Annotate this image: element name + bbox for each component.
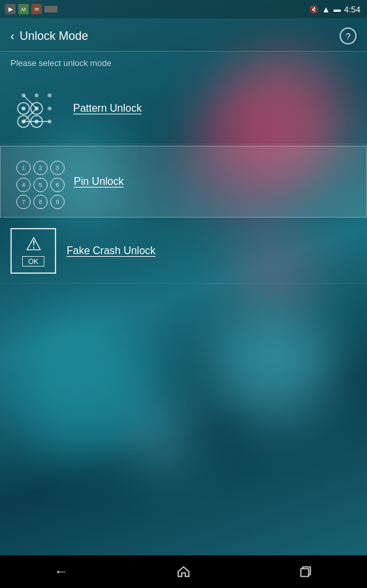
app-icon-3: ✉ <box>31 4 42 14</box>
pin-digit-4: 4 <box>16 178 31 192</box>
app-icon-2: M <box>18 4 29 14</box>
recents-icon <box>298 564 313 579</box>
battery-icon: ▬ <box>334 5 341 13</box>
pin-digit-1: 1 <box>16 161 31 175</box>
crash-icon: ⚠ OK <box>10 228 56 274</box>
page-title: Unlock Mode <box>20 29 88 43</box>
mute-icon: 🔇 <box>310 5 319 14</box>
recents-nav-button[interactable] <box>286 559 325 585</box>
status-icons-right: 🔇 ▲ ▬ 4:54 <box>310 5 360 14</box>
pattern-icon <box>10 82 63 135</box>
fake-crash-unlock-option[interactable]: ⚠ OK Fake Crash Unlock <box>0 219 367 284</box>
pin-digit-8: 8 <box>33 195 48 209</box>
pin-icon: 1 2 3 4 5 6 7 8 9 <box>11 155 63 208</box>
svg-line-1 <box>24 108 37 122</box>
svg-line-0 <box>24 95 37 108</box>
navigation-bar: ← <box>0 555 367 588</box>
app-icon-4 <box>44 6 57 12</box>
crash-ok-label: OK <box>22 256 44 267</box>
unlock-options-list: Pattern Unlock 1 2 3 4 5 6 7 8 9 Pin Unl… <box>0 73 367 284</box>
pin-unlock-option[interactable]: 1 2 3 4 5 6 7 8 9 Pin Unlock <box>0 146 367 218</box>
header-left: ‹ Unlock Mode <box>10 29 88 43</box>
home-icon <box>176 564 191 579</box>
svg-point-5 <box>48 93 52 97</box>
svg-point-4 <box>35 93 39 97</box>
pin-digit-5: 5 <box>33 178 48 192</box>
pin-digit-6: 6 <box>50 178 65 192</box>
fake-crash-unlock-label: Fake Crash Unlock <box>67 245 155 257</box>
pattern-unlock-option[interactable]: Pattern Unlock <box>0 73 367 144</box>
header: ‹ Unlock Mode ? <box>0 18 367 52</box>
svg-point-14 <box>35 120 39 123</box>
subtitle-text: Please select unlock mode <box>0 52 367 73</box>
wifi-icon: ▲ <box>322 5 330 14</box>
status-bar: ▶ M ✉ 🔇 ▲ ▬ 4:54 <box>0 0 367 18</box>
status-time: 4:54 <box>344 5 360 14</box>
pin-digit-3: 3 <box>50 161 65 175</box>
pin-digit-2: 2 <box>33 161 48 175</box>
svg-rect-16 <box>301 568 309 576</box>
help-button[interactable]: ? <box>340 27 357 44</box>
warning-triangle-icon: ⚠ <box>25 235 42 253</box>
pin-digit-7: 7 <box>16 195 31 209</box>
pin-digit-9: 9 <box>50 195 65 209</box>
main-content: ‹ Unlock Mode ? Please select unlock mod… <box>0 18 367 555</box>
back-button[interactable]: ‹ <box>10 29 14 43</box>
back-nav-icon: ← <box>54 563 69 580</box>
svg-point-3 <box>22 93 25 97</box>
home-nav-button[interactable] <box>164 559 203 585</box>
svg-point-7 <box>22 106 25 110</box>
pin-unlock-label: Pin Unlock <box>74 176 123 188</box>
svg-point-10 <box>48 106 52 110</box>
svg-point-12 <box>22 120 25 123</box>
app-icon-1: ▶ <box>5 4 16 14</box>
svg-point-15 <box>48 120 52 123</box>
svg-point-9 <box>35 106 39 110</box>
status-app-icons: ▶ M ✉ <box>5 0 57 18</box>
back-nav-button[interactable]: ← <box>42 559 81 585</box>
pattern-unlock-label: Pattern Unlock <box>73 103 142 114</box>
